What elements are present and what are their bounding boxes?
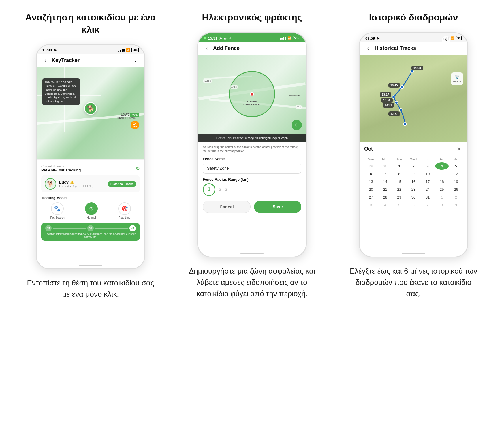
phone2-status-bar: 15:31 ➤ good 📶 58+ xyxy=(198,33,306,42)
scenario-label: Current Scenario: xyxy=(41,165,81,168)
cal-cell-r2c1[interactable]: 14 xyxy=(378,178,392,185)
phone1-location-icon: ➤ xyxy=(54,48,57,52)
mode-normal[interactable]: ⊙ Normal xyxy=(85,202,98,219)
cal-cell-r3c0[interactable]: 20 xyxy=(364,186,378,193)
cal-cell-r3c5[interactable]: 25 xyxy=(435,186,449,193)
heatmap-button[interactable]: 📡 Heatmap xyxy=(451,72,463,85)
cal-cell-r1c6[interactable]: 12 xyxy=(449,170,463,177)
cal-cell-r3c1[interactable]: 21 xyxy=(378,186,392,193)
phone-1: 15:33 ➤ 📶 60+ ‹ KeyTracker xyxy=(36,44,145,269)
calendar-close-button[interactable]: ✕ xyxy=(455,145,463,153)
phone3-map: 14:58 16:45 13:27 16:52 13:11 12:57 📡 He… xyxy=(360,55,467,142)
cal-cell-r0c4[interactable]: 3 xyxy=(421,162,435,170)
cal-cell-r4c3[interactable]: 30 xyxy=(407,194,420,201)
pet-name: Lucy 🔔 xyxy=(59,180,105,184)
cal-cell-r4c5[interactable]: 1 xyxy=(435,194,449,201)
cal-cell-r4c1[interactable]: 28 xyxy=(378,194,392,201)
column-1: Αναζήτηση κατοικιδίου με ένα κλικ 15:33 … xyxy=(16,12,166,300)
phone1-nav-title: KeyTracker xyxy=(52,57,129,63)
phone1-home-indicator xyxy=(37,263,144,268)
cal-cell-r1c3[interactable]: 9 xyxy=(407,170,420,177)
map1-orange-badge: 14 OM xyxy=(131,121,139,129)
cal-cell-today[interactable]: 4 xyxy=(435,162,449,170)
fence-name-input[interactable]: Safety Zone xyxy=(203,163,301,174)
phone2-location-icon: ➤ xyxy=(219,36,222,40)
save-button[interactable]: Save xyxy=(254,201,301,213)
radius-option-2[interactable]: 2 xyxy=(219,187,221,192)
cal-cell-r3c6[interactable]: 26 xyxy=(449,186,463,193)
cal-month: Oct xyxy=(364,146,373,152)
timer-dot-30[interactable]: 30 xyxy=(87,225,94,231)
phone-2: 15:31 ➤ good 📶 58+ ‹ xyxy=(197,32,307,257)
cal-cell-r2c3[interactable]: 16 xyxy=(407,178,420,185)
cal-cell-r5c3[interactable]: 6 xyxy=(407,201,420,209)
time-badge-1327: 13:27 xyxy=(380,92,391,97)
normal-icon: ⊙ xyxy=(85,202,98,215)
time-badge-1645: 16:45 xyxy=(388,83,400,88)
phone3-back-arrow[interactable]: ‹ xyxy=(365,45,372,52)
historical-tracks-button[interactable]: Historical Tracks xyxy=(108,181,136,187)
cal-cell-r5c4[interactable]: 7 xyxy=(421,201,435,209)
cal-cell-r2c5[interactable]: 18 xyxy=(435,178,449,185)
phone3-nav: ‹ Historical Tracks N xyxy=(360,42,467,55)
radius-option-3[interactable]: 3 xyxy=(225,187,227,192)
fence-radius-label: Fence Radius Range (km) xyxy=(203,177,301,182)
time-badge-1311: 13:11 xyxy=(383,103,394,108)
map1-pet-pin: 🐕 xyxy=(84,102,97,115)
cal-cell-r0c1[interactable]: 30 xyxy=(378,162,392,170)
cal-cell-r5c2[interactable]: 5 xyxy=(392,201,406,209)
phone1-share-icon[interactable]: ⤴ xyxy=(132,57,139,64)
cal-cell-r0c0[interactable]: 29 xyxy=(364,162,378,170)
cal-cell-r4c2[interactable]: 29 xyxy=(392,194,406,201)
cal-cell-r1c1[interactable]: 7 xyxy=(378,170,392,177)
phone1-back-arrow[interactable]: ‹ xyxy=(42,57,49,64)
cal-cell-r2c4[interactable]: 17 xyxy=(421,178,435,185)
phone-3: 09:59 ➤ 📶 91 ‹ Historical Track xyxy=(359,32,468,257)
cal-header-sun: Sun xyxy=(364,157,378,162)
radius-circle-1[interactable]: 1 xyxy=(203,183,215,196)
cancel-button[interactable]: Cancel xyxy=(203,201,251,213)
mode-realtime[interactable]: 🎯 Real time xyxy=(118,202,131,219)
col3-desc: Ελέγξτε έως και 6 μήνες ιστορικού των δι… xyxy=(347,266,480,299)
cal-cell-r0c3[interactable]: 2 xyxy=(407,162,420,170)
cal-cell-r4c6[interactable]: 2 xyxy=(449,194,463,201)
refresh-icon[interactable]: ↻ xyxy=(136,165,140,172)
gps-button[interactable]: ⊕ xyxy=(292,120,302,130)
cal-cell-r0c6[interactable]: 5 xyxy=(449,162,463,170)
phone3-status-bar: 09:59 ➤ 📶 91 xyxy=(360,33,467,42)
cal-cell-r3c3[interactable]: 23 xyxy=(407,186,420,193)
cal-cell-r2c6[interactable]: 19 xyxy=(449,178,463,185)
cal-cell-r2c2[interactable]: 15 xyxy=(392,178,406,185)
phone3-home-indicator xyxy=(360,251,467,257)
mode-pet-search[interactable]: 🐾 Pet Search xyxy=(50,202,64,219)
realtime-icon: 🎯 xyxy=(118,202,131,215)
cal-cell-r4c4[interactable]: 31 xyxy=(421,194,435,201)
svg-point-5 xyxy=(411,70,413,73)
phone2-time: 15:31 xyxy=(208,36,217,40)
main-layout: Αναζήτηση κατοικιδίου με ένα κλικ 15:33 … xyxy=(10,12,494,300)
col2-desc: Δημιουργήστε μια ζώνη ασφαλείας και λάβε… xyxy=(186,266,318,299)
cal-cell-r1c0[interactable]: 6 xyxy=(364,170,378,177)
tracking-modes-title: Tracking Modes xyxy=(41,196,140,200)
cal-cell-r0c2[interactable]: 1 xyxy=(392,162,406,170)
cal-cell-r1c5[interactable]: 11 xyxy=(435,170,449,177)
col2-title: Ηλεκτρονικός φράκτης xyxy=(202,12,302,24)
cal-cell-r5c1[interactable]: 4 xyxy=(378,201,392,209)
phone2-back-arrow[interactable]: ‹ xyxy=(203,45,210,52)
phone1-signal xyxy=(118,49,125,52)
cal-cell-r2c0[interactable]: 13 xyxy=(364,178,378,185)
cal-cell-r1c2[interactable]: 8 xyxy=(392,170,406,177)
btn-row: Cancel Save xyxy=(203,201,301,213)
cal-cell-r5c6[interactable]: 9 xyxy=(449,201,463,209)
pet-desc: Labrador 1year old 10kg xyxy=(59,184,105,188)
cal-cell-r5c5[interactable]: 8 xyxy=(435,201,449,209)
timer-dot-15[interactable]: 15 xyxy=(45,225,52,231)
cal-cell-r1c4[interactable]: 10 xyxy=(421,170,435,177)
cal-cell-r5c0[interactable]: 3 xyxy=(364,201,378,209)
cal-cell-r4c0[interactable]: 27 xyxy=(364,194,378,201)
phone1-status-bar: 15:33 ➤ 📶 60+ xyxy=(37,45,144,54)
cal-cell-r3c2[interactable]: 22 xyxy=(392,186,406,193)
phone2-home-indicator xyxy=(198,251,306,257)
cal-cell-r3c4[interactable]: 24 xyxy=(421,186,435,193)
timer-dot-45[interactable]: 45 xyxy=(129,225,136,231)
